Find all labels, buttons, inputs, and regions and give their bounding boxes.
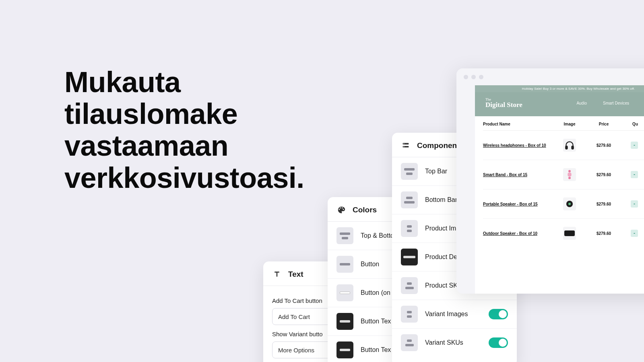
product-image-cell [553,197,586,210]
layout-icon [401,306,418,323]
colors-item-label: Button (on [361,289,390,296]
window-dot [464,75,468,79]
store-site: Holiday Sale! Buy 3 or more & SAVE 30%. … [475,85,644,294]
product-link[interactable]: Portable Speaker - Box of 15 [483,201,553,207]
nav-link-audio[interactable]: Audio [576,101,587,105]
colors-item-label: Top & Botto [361,232,394,239]
layout-icon [401,191,418,208]
page-headline: Mukauta tilauslomake vastaamaan verkkosi… [64,66,338,194]
components-item-label: Variant SKUs [425,339,463,346]
promo-banner: Holiday Sale! Buy 3 or more & SAVE 30%. … [475,85,644,92]
layout-icon [401,277,418,294]
svg-rect-6 [568,170,571,173]
brand-name: Digital Store [485,101,522,108]
swatch-icon [336,284,353,301]
browser-titlebar [456,68,644,85]
layout-icon [401,334,418,351]
svg-point-10 [568,203,571,205]
product-image-cell [553,139,586,152]
table-row: Portable Speaker - Box of 15 $279.60 - [483,189,644,219]
table-header: Product Name Image Price Qu [483,116,644,131]
window-dot [479,75,483,79]
qty-decrement-button[interactable]: - [631,171,638,178]
svg-rect-5 [572,146,573,149]
swatch-icon [336,227,353,244]
product-price: $279.60 [586,231,622,236]
components-item-variant-images[interactable]: Variant Images [392,300,517,329]
colors-item-label: Button Tex [361,318,391,325]
product-price: $279.60 [586,143,622,148]
qty-decrement-button[interactable]: - [631,200,638,208]
window-dot [471,75,476,79]
table-row: Wireless headphones - Box of 10 $279.60 … [483,131,644,160]
svg-rect-7 [568,173,571,176]
variant-images-toggle[interactable] [489,309,508,319]
swatch-icon [336,256,353,273]
product-table: Product Name Image Price Qu Wireless hea… [475,116,644,248]
headphones-icon [563,139,576,152]
store-logo: The Digital Store [485,98,522,108]
components-item-label: Top Bar [425,168,447,175]
components-item-label: Bottom Bar [425,196,457,204]
products-per-page-row: Products to be displayed in one page (ma… [392,357,517,362]
col-image: Image [553,122,586,126]
svg-rect-4 [566,146,567,149]
product-link[interactable]: Outdoor Speaker - Box of 10 [483,230,553,237]
layout-icon [401,220,418,237]
product-price: $279.60 [586,202,622,206]
layout-icon [401,249,418,265]
variant-skus-toggle[interactable] [489,337,508,348]
components-item-variant-skus[interactable]: Variant SKUs [392,329,517,357]
svg-rect-11 [564,230,575,236]
components-icon [401,141,411,150]
store-header: The Digital Store Audio Smart Devices Sm… [475,92,644,116]
text-panel-title: Text [288,270,303,279]
store-preview-window: Holiday Sale! Buy 3 or more & SAVE 30%. … [456,68,644,294]
table-row: Outdoor Speaker - Box of 10 $279.60 - [483,219,644,248]
qty-decrement-button[interactable]: - [631,230,638,237]
table-row: Smart Band - Box of 15 $279.60 - [483,160,644,189]
nav-link-smart-devices[interactable]: Smart Devices [603,101,629,105]
swatch-icon [336,313,353,330]
portable-speaker-icon [563,197,576,210]
smart-band-icon [563,168,576,181]
product-link[interactable]: Wireless headphones - Box of 10 [483,142,553,148]
product-image-cell [553,168,586,181]
text-icon [272,269,282,279]
svg-rect-8 [568,177,571,179]
qty-decrement-button[interactable]: - [631,142,638,149]
product-link[interactable]: Smart Band - Box of 15 [483,172,553,178]
colors-item-label: Button Tex [361,346,391,354]
layout-icon [401,163,418,180]
colors-panel-title: Colors [353,206,377,214]
col-product-name: Product Name [483,122,553,126]
col-price: Price [586,122,622,126]
product-image-cell [553,227,586,240]
palette-icon [336,205,346,215]
svg-point-2 [404,144,405,144]
components-item-label: Variant Images [425,311,468,318]
svg-point-3 [404,146,405,147]
colors-item-label: Button [361,261,379,268]
product-price: $279.60 [586,173,622,177]
col-quantity: Qu [622,122,638,126]
store-nav: Audio Smart Devices Smart Devices [576,101,644,105]
swatch-icon [336,341,353,358]
outdoor-speaker-icon [563,227,576,240]
